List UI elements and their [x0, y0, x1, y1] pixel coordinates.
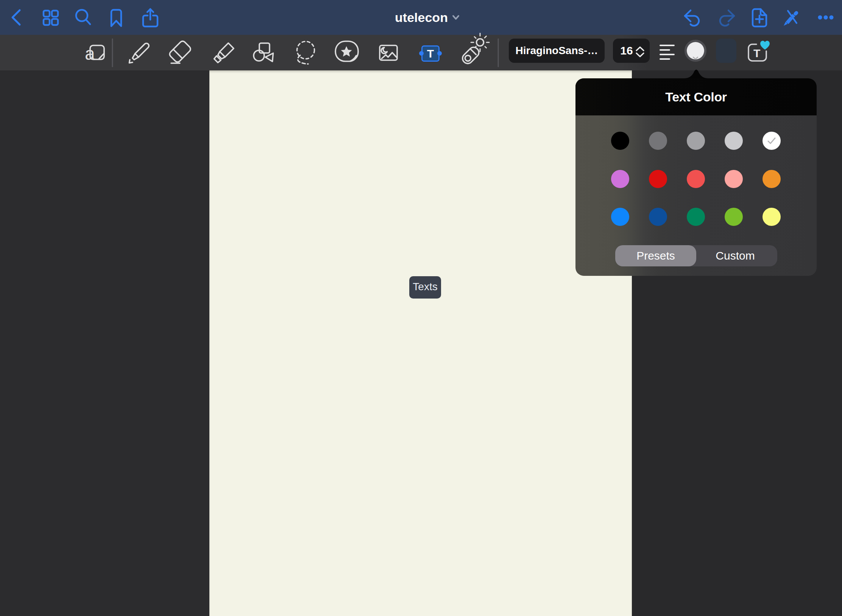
svg-text:a: a	[85, 44, 95, 64]
svg-text:T: T	[753, 47, 760, 59]
